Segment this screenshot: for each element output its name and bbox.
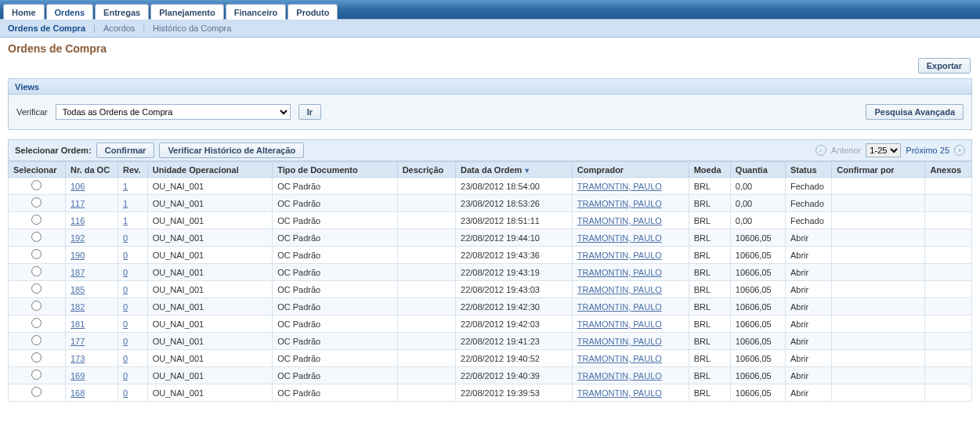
rev-link[interactable]: 0 <box>123 285 128 294</box>
subnav-current[interactable]: Ordens de Compra <box>8 23 85 33</box>
rev-link[interactable]: 0 <box>123 337 128 346</box>
oc-link[interactable]: 169 <box>71 371 85 381</box>
oc-link[interactable]: 117 <box>71 199 85 208</box>
cell-rev: 0 <box>118 281 148 298</box>
subnav-link-acordos[interactable]: Acordos <box>103 23 135 33</box>
cell-tipo: OC Padrão <box>273 178 397 195</box>
cell-unidade: OU_NAI_001 <box>147 195 272 212</box>
row-select-radio[interactable] <box>31 266 42 276</box>
comprador-link[interactable]: TRAMONTIN, PAULO <box>577 199 662 208</box>
rev-link[interactable]: 1 <box>123 199 128 208</box>
comprador-link[interactable]: TRAMONTIN, PAULO <box>577 216 662 225</box>
comprador-link[interactable]: TRAMONTIN, PAULO <box>577 285 662 294</box>
next-page-icon[interactable]: › <box>954 145 965 156</box>
history-change-button[interactable]: Verificar Histórico de Alteração <box>159 142 304 158</box>
export-button[interactable]: Exportar <box>918 58 971 74</box>
cell-moeda: BRL <box>689 247 730 264</box>
confirm-button[interactable]: Confirmar <box>96 142 155 158</box>
rev-link[interactable]: 0 <box>123 388 128 398</box>
oc-link[interactable]: 192 <box>71 233 85 243</box>
cell-confirmarpor <box>832 298 925 316</box>
oc-link[interactable]: 187 <box>71 268 85 277</box>
col-nr-oc[interactable]: Nr. da OC <box>65 162 118 178</box>
rev-link[interactable]: 0 <box>123 251 128 260</box>
next-page-link[interactable]: Próximo 25 <box>906 146 949 155</box>
cell-confirmarpor <box>832 247 925 264</box>
row-select-radio[interactable] <box>31 215 42 225</box>
col-anexos[interactable]: Anexos <box>925 162 972 178</box>
oc-link[interactable]: 182 <box>71 302 85 312</box>
tab-financeiro[interactable]: Financeiro <box>226 4 287 20</box>
comprador-link[interactable]: TRAMONTIN, PAULO <box>577 302 662 312</box>
col-tipo-doc[interactable]: Tipo de Documento <box>273 162 397 178</box>
rev-link[interactable]: 0 <box>123 371 128 381</box>
oc-link[interactable]: 185 <box>71 285 85 294</box>
rev-link[interactable]: 0 <box>123 302 128 312</box>
cell-tipo: OC Padrão <box>273 316 397 333</box>
tab-home[interactable]: Home <box>3 4 45 20</box>
cell-status: Abrir <box>785 350 831 367</box>
oc-link[interactable]: 106 <box>71 182 85 191</box>
col-data-ordem[interactable]: Data da Ordem▼ <box>456 162 573 178</box>
rev-link[interactable]: 0 <box>123 319 128 329</box>
oc-link[interactable]: 168 <box>71 388 85 398</box>
oc-link[interactable]: 116 <box>71 216 85 225</box>
rev-link[interactable]: 1 <box>123 216 128 225</box>
tab-ordens[interactable]: Ordens <box>46 4 94 20</box>
cell-confirmarpor <box>832 264 925 281</box>
oc-link[interactable]: 177 <box>71 337 85 346</box>
go-button[interactable]: Ir <box>298 104 321 120</box>
cell-data: 22/08/2012 19:42:30 <box>456 298 573 316</box>
comprador-link[interactable]: TRAMONTIN, PAULO <box>577 354 662 363</box>
comprador-link[interactable]: TRAMONTIN, PAULO <box>577 319 662 329</box>
row-select-radio[interactable] <box>31 318 42 328</box>
cell-moeda: BRL <box>689 264 730 281</box>
row-select-radio[interactable] <box>31 335 42 345</box>
rev-link[interactable]: 0 <box>123 354 128 363</box>
comprador-link[interactable]: TRAMONTIN, PAULO <box>577 233 662 243</box>
rev-link[interactable]: 0 <box>123 233 128 243</box>
col-descricao[interactable]: Descrição <box>397 162 455 178</box>
col-confirmar[interactable]: Confirmar por <box>832 162 925 178</box>
comprador-link[interactable]: TRAMONTIN, PAULO <box>577 337 662 346</box>
cell-comprador: TRAMONTIN, PAULO <box>572 316 689 333</box>
row-select-radio[interactable] <box>31 352 42 362</box>
col-selecionar[interactable]: Selecionar <box>9 162 66 178</box>
col-status[interactable]: Status <box>785 162 831 178</box>
page-range-select[interactable]: 1-25 <box>866 143 901 157</box>
row-select-radio[interactable] <box>31 283 42 294</box>
advanced-search-button[interactable]: Pesquisa Avançada <box>866 104 964 120</box>
col-quantia[interactable]: Quantia <box>730 162 785 178</box>
row-select-radio[interactable] <box>31 180 42 190</box>
verify-select[interactable]: Todas as Ordens de Compra <box>56 104 291 120</box>
row-select-radio[interactable] <box>31 197 42 207</box>
subnav-link-historico[interactable]: Histórico da Compra <box>153 23 231 33</box>
tab-entregas[interactable]: Entregas <box>95 4 149 20</box>
comprador-link[interactable]: TRAMONTIN, PAULO <box>577 371 662 381</box>
row-select-radio[interactable] <box>31 301 42 311</box>
row-select-radio[interactable] <box>31 370 42 380</box>
comprador-link[interactable]: TRAMONTIN, PAULO <box>577 182 662 191</box>
comprador-link[interactable]: TRAMONTIN, PAULO <box>577 268 662 277</box>
col-rev[interactable]: Rev. <box>118 162 148 178</box>
cell-anexos <box>925 298 972 316</box>
cell-quantia: 10606,05 <box>730 281 785 298</box>
rev-link[interactable]: 0 <box>123 268 128 277</box>
row-select-radio[interactable] <box>31 387 42 397</box>
comprador-link[interactable]: TRAMONTIN, PAULO <box>577 388 662 398</box>
col-moeda[interactable]: Moeda <box>689 162 730 178</box>
comprador-link[interactable]: TRAMONTIN, PAULO <box>577 251 662 260</box>
oc-link[interactable]: 190 <box>71 251 85 260</box>
tab-produto[interactable]: Produto <box>287 4 338 20</box>
row-select-radio[interactable] <box>31 249 42 259</box>
oc-link[interactable]: 181 <box>71 319 85 329</box>
oc-link[interactable]: 173 <box>71 354 85 363</box>
cell-anexos <box>925 212 972 229</box>
col-unidade[interactable]: Unidade Operacional <box>147 162 272 178</box>
tab-planejamento[interactable]: Planejamento <box>150 4 224 20</box>
cell-oc: 169 <box>65 367 118 384</box>
views-panel-heading: Views <box>9 79 971 95</box>
row-select-radio[interactable] <box>31 232 42 242</box>
col-comprador[interactable]: Comprador <box>572 162 689 178</box>
rev-link[interactable]: 1 <box>123 182 128 191</box>
